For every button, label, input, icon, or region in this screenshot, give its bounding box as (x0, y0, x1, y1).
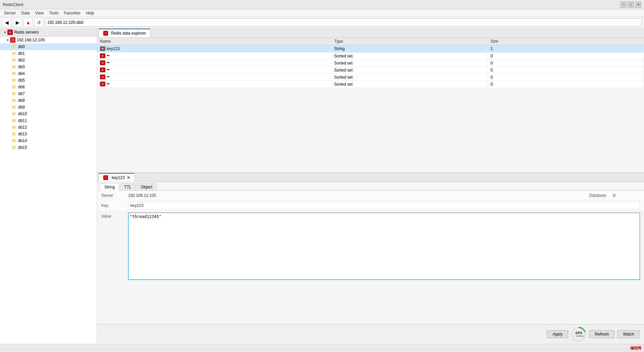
sidebar-db-db5[interactable]: 📁 db5 (0, 77, 97, 84)
database-list: 📁 db0 📁 db1 📁 db2 📁 db3 📁 db4 📁 db5 📁 db… (0, 43, 97, 151)
cell-type: Sorted set (331, 74, 488, 81)
sidebar-db-db3[interactable]: 📁 db3 (0, 63, 97, 70)
sub-tab-object[interactable]: Object (137, 183, 157, 190)
server-collapse-arrow: ▼ (5, 38, 10, 42)
server-label: 192.168.12.105 (17, 38, 45, 42)
sidebar-db-db7[interactable]: 📁 db7 (0, 90, 97, 97)
col-size: Size (488, 38, 644, 45)
refresh-button-bottom[interactable]: Refresh (589, 330, 614, 338)
folder-icon: 📁 (11, 125, 17, 130)
explorer-tab-bar: R Redis data explorer (97, 28, 644, 38)
sidebar-db-db13[interactable]: 📁 db13 (0, 131, 97, 137)
db-label: db5 (18, 78, 25, 83)
explorer-panel: R Redis data explorer Name Type Size (97, 28, 644, 173)
value-textarea[interactable]: "thread12345" (128, 213, 640, 280)
sub-tab-string[interactable]: String (100, 183, 119, 191)
sidebar-db-db2[interactable]: 📁 db2 (0, 57, 97, 63)
menu-favorites[interactable]: Favorites (61, 10, 83, 16)
menu-data[interactable]: Data (18, 10, 32, 16)
key-label: Key (101, 203, 128, 208)
editor-tab-close[interactable]: ✕ (127, 175, 130, 180)
sidebar-db-db10[interactable]: 📁 db10 (0, 111, 97, 117)
database-label: Database (580, 193, 613, 198)
server-icon: ⬡ (10, 37, 15, 43)
cell-name: R•• (97, 67, 331, 74)
watch-button[interactable]: Watch (617, 330, 640, 338)
status-bar: 编程网 (0, 344, 644, 352)
server-value: 192.168.12.105 (128, 193, 580, 198)
cell-name: R•• (97, 74, 331, 81)
data-table-body: Rkey123 String 1 R•• Sorted set 0 R•• So… (97, 45, 644, 88)
db-label: db12 (18, 125, 27, 130)
sidebar-db-db11[interactable]: 📁 db11 (0, 117, 97, 124)
progress-percent: 44% (574, 331, 584, 335)
forward-button[interactable]: ▶ (13, 18, 22, 27)
editor-tab-label: key123 (112, 175, 125, 180)
app-title: RedisClient (3, 2, 621, 7)
sidebar-db-db9[interactable]: 📁 db9 (0, 104, 97, 111)
table-row[interactable]: R•• Sorted set 0 (97, 67, 644, 74)
maximize-button[interactable]: □ (628, 2, 634, 8)
folder-icon: 📁 (11, 51, 17, 56)
folder-icon: 📁 (11, 78, 17, 83)
folder-icon: 📁 (11, 111, 17, 117)
cell-type: String (331, 45, 488, 53)
folder-icon: 📁 (11, 98, 17, 103)
sidebar-db-db0[interactable]: 📁 db0 (0, 43, 97, 50)
db-label: db13 (18, 132, 27, 136)
db-label: db2 (18, 58, 25, 62)
db-label: db8 (18, 98, 25, 103)
explorer-tab-icon: R (103, 31, 108, 36)
status-logo: 编程网 (630, 346, 641, 351)
db-label: db9 (18, 105, 25, 109)
menu-server[interactable]: Server (1, 10, 18, 16)
editor-tab[interactable]: R key123 ✕ (99, 173, 135, 182)
table-row[interactable]: R•• Sorted set 0 (97, 81, 644, 88)
folder-icon: 📁 (11, 57, 17, 63)
sidebar: ▼ R Redis servers ▼ ⬡ 192.168.12.105 📁 d… (0, 28, 97, 344)
sidebar-servers-label: Redis servers (14, 30, 39, 35)
apply-button[interactable]: Apply (547, 330, 568, 338)
up-button[interactable]: ▲ (23, 18, 33, 27)
refresh-button[interactable]: ↺ (34, 18, 44, 27)
address-bar[interactable] (45, 18, 642, 27)
folder-icon: 📁 (11, 138, 17, 143)
table-row[interactable]: R•• Sorted set 0 (97, 74, 644, 81)
close-button[interactable]: ✕ (635, 2, 641, 8)
sidebar-server[interactable]: ▼ ⬡ 192.168.12.105 (0, 37, 97, 43)
menu-help[interactable]: Help (83, 10, 97, 16)
window-controls: ─ □ ✕ (621, 2, 641, 8)
cell-size: 0 (488, 52, 644, 59)
sidebar-db-db6[interactable]: 📁 db6 (0, 84, 97, 90)
cell-size: 0 (488, 59, 644, 67)
menu-tools[interactable]: Tools (47, 10, 61, 16)
editor-tab-icon: R (103, 175, 108, 180)
cell-size: 1 (488, 45, 644, 53)
sidebar-db-db4[interactable]: 📁 db4 (0, 70, 97, 77)
sidebar-header[interactable]: ▼ R Redis servers (0, 28, 97, 37)
back-button[interactable]: ◀ (2, 18, 11, 27)
key-row: Key (97, 200, 644, 211)
table-row[interactable]: R•• Sorted set 0 (97, 52, 644, 59)
table-row[interactable]: R•• Sorted set 0 (97, 59, 644, 67)
sub-tab-ttl[interactable]: TTL (120, 183, 136, 190)
table-row[interactable]: Rkey123 String 1 (97, 45, 644, 53)
key-input[interactable] (128, 202, 640, 210)
sidebar-db-db1[interactable]: 📁 db1 (0, 50, 97, 57)
sidebar-db-db15[interactable]: 📁 db15 (0, 144, 97, 151)
db-label: db0 (18, 44, 25, 49)
sidebar-db-db8[interactable]: 📁 db8 (0, 97, 97, 104)
folder-icon: 📁 (11, 104, 17, 110)
cell-size: 0 (488, 81, 644, 88)
minimize-button[interactable]: ─ (621, 2, 627, 8)
sidebar-db-db12[interactable]: 📁 db12 (0, 124, 97, 131)
sidebar-db-db14[interactable]: 📁 db14 (0, 137, 97, 144)
cell-name: R•• (97, 81, 331, 88)
cell-type: Sorted set (331, 59, 488, 67)
db-label: db15 (18, 145, 27, 150)
folder-icon: 📁 (11, 71, 17, 76)
right-panel: R Redis data explorer Name Type Size (97, 28, 644, 344)
db-label: db3 (18, 64, 25, 69)
menu-view[interactable]: View (33, 10, 47, 16)
explorer-tab[interactable]: R Redis data explorer (99, 29, 150, 37)
